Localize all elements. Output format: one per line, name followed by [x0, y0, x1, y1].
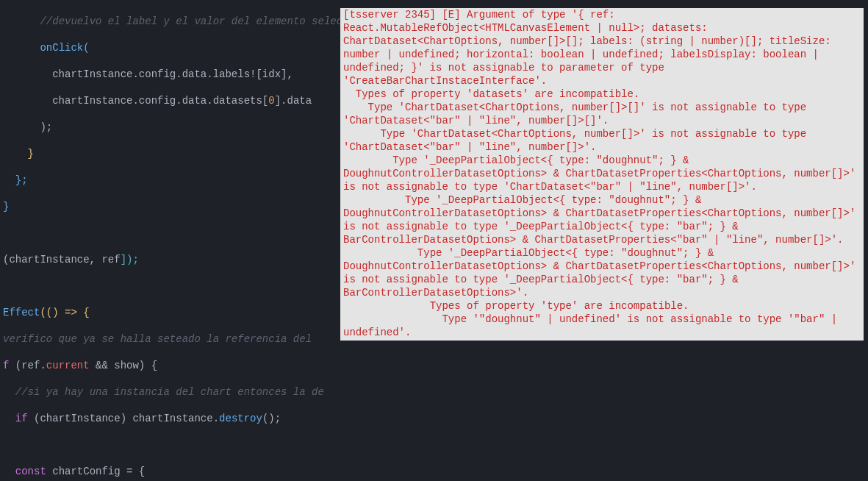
- expr: (chartInstance, ref: [3, 254, 121, 266]
- punct: ();: [262, 413, 281, 424]
- arrow-fn: (() => {: [40, 307, 89, 318]
- method: destroy: [219, 413, 262, 424]
- expr: (chartInstance) chartInstance.: [28, 413, 219, 424]
- expr: chartInstance.config.data.datasets[: [52, 95, 268, 107]
- number-literal: 0: [268, 95, 274, 107]
- code-line[interactable]: if (chartInstance) chartInstance.destroy…: [0, 412, 868, 425]
- punct: );: [40, 121, 52, 133]
- code-line[interactable]: [0, 438, 868, 452]
- keyword: if: [15, 413, 28, 424]
- prop: current: [46, 360, 90, 371]
- bracket-expr: [idx],: [256, 68, 293, 80]
- comment-text: verifico que ya se halla seteado la refe…: [3, 333, 312, 345]
- brace: };: [15, 174, 28, 186]
- code-line[interactable]: const chartConfig = {: [0, 465, 868, 478]
- brace: }: [3, 201, 9, 213]
- keyword: const: [15, 466, 46, 477]
- expr: chartInstance.config.data.labels!: [52, 68, 256, 80]
- var-decl: chartConfig = {: [46, 466, 145, 477]
- brace: }: [28, 148, 34, 160]
- expr: ].data: [275, 95, 312, 107]
- comment-text: //si ya hay una instancia del chart ento…: [15, 386, 324, 398]
- expr: && show) {: [90, 360, 157, 371]
- func-call: Effect: [3, 307, 40, 318]
- code-line[interactable]: //si ya hay una instancia del chart ento…: [0, 385, 868, 399]
- func-call: onClick(: [40, 42, 89, 54]
- expr: (ref.: [9, 360, 46, 371]
- bracket: ]);: [121, 254, 139, 266]
- code-line[interactable]: f (ref.current && show) {: [0, 359, 868, 372]
- diagnostic-tooltip: [tsserver 2345] [E] Argument of type '{ …: [340, 8, 864, 341]
